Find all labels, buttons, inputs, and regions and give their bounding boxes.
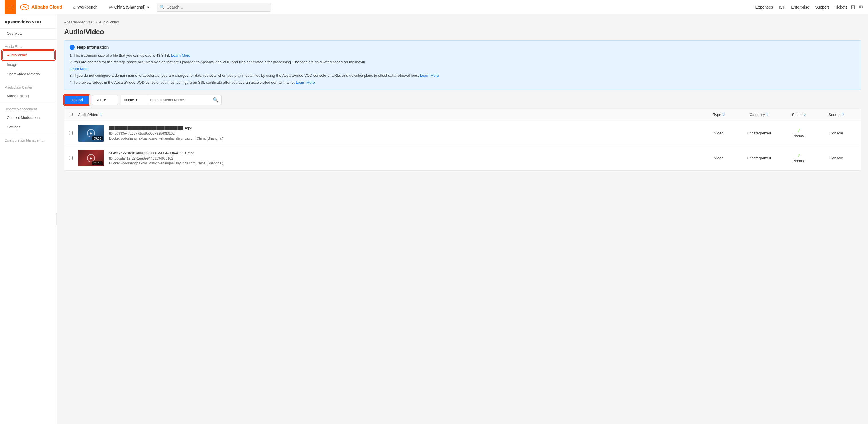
sidebar-item-short-video[interactable]: Short Video Material [0, 69, 57, 79]
main-content: ApsaraVideo VOD / Audio/Video Audio/Vide… [57, 14, 868, 424]
workbench-label: Workbench [77, 5, 98, 9]
nav-support[interactable]: Support [815, 5, 829, 9]
media-name-2: 28ef4942-18c81a88088-0004-988e-38a-e133a… [109, 151, 281, 155]
header-category: Category ▽ [736, 113, 782, 117]
header-checkbox-cell [69, 113, 78, 117]
learn-more-link-2[interactable]: Learn More [69, 67, 89, 71]
sidebar-item-audio-video[interactable]: Audio/Video [2, 50, 55, 60]
nav-icp[interactable]: ICP [779, 5, 785, 9]
help-item-4: 4. To preview videos in the ApsaraVideo … [69, 79, 856, 86]
search-media-box: Name ▾ 🔍 [121, 95, 222, 105]
sidebar-item-content-moderation[interactable]: Content Moderation [0, 113, 57, 122]
row-checkbox-2[interactable] [69, 156, 73, 160]
status-normal-2: ✓ Normal [794, 153, 805, 163]
sidebar-item-overview[interactable]: Overview [0, 29, 57, 38]
message-icon[interactable]: ✉ [859, 4, 863, 10]
nav-tickets[interactable]: Tickets [835, 5, 847, 9]
status-text-2: Normal [794, 159, 805, 163]
alibaba-cloud-logo-icon [20, 4, 30, 10]
location-icon: ◎ [109, 5, 113, 9]
video-duration-2: 01:45 [92, 161, 103, 165]
sidebar-item-label: Audio/Video [7, 53, 27, 57]
status-filter-icon[interactable]: ▽ [804, 113, 806, 117]
category-cell-2: Uncategorized [736, 156, 782, 160]
chevron-down-icon: ▾ [147, 5, 149, 9]
media-info-2: 28ef4942-18c81a88088-0004-988e-38a-e133a… [106, 151, 702, 165]
workbench-nav-button[interactable]: ⌂ Workbench [69, 0, 102, 14]
media-bucket-1: Bucket:vod-shanghai-kasi.oss-cn-shanghai… [109, 136, 702, 140]
header-source: Source ▽ [816, 113, 856, 117]
category-filter-icon[interactable]: ▽ [766, 113, 768, 117]
sidebar-item-label: Image [7, 62, 17, 67]
header-media: Audio/Video ▽ [78, 113, 702, 117]
qr-code-icon[interactable]: ⊞ [851, 4, 855, 10]
logo-text: Alibaba Cloud [31, 5, 62, 10]
status-text-1: Normal [794, 134, 805, 138]
home-icon: ⌂ [73, 5, 75, 9]
help-title-text: Help Information [77, 45, 109, 50]
media-id-2: ID: 00cafa419f3271ee8e944531949c0102 [109, 157, 702, 161]
toolbar: Upload ALL ▾ Name ▾ 🔍 [64, 95, 861, 105]
help-info-box: i Help Information 1. The maximum size o… [64, 40, 861, 90]
media-cell-1: ▶ 05:33 ████████████████████████████ .mp… [78, 125, 702, 142]
sidebar-item-image[interactable]: Image [0, 60, 57, 69]
sidebar-item-settings[interactable]: Settings [0, 122, 57, 132]
chevron-down-icon: ▾ [136, 98, 138, 102]
menu-button[interactable] [5, 0, 16, 14]
search-input[interactable] [167, 5, 268, 9]
nav-links: Expenses ICP Enterprise Support Tickets [755, 5, 847, 9]
media-name-1: ████████████████████████████ .mp4 [109, 126, 281, 130]
filter-all-dropdown[interactable]: ALL ▾ [92, 95, 118, 105]
nav-enterprise[interactable]: Enterprise [791, 5, 809, 9]
logo-area: Alibaba Cloud [20, 4, 62, 10]
select-all-checkbox[interactable] [69, 113, 73, 116]
sidebar-item-label: Settings [7, 125, 20, 129]
search-icon: 🔍 [160, 5, 165, 9]
search-submit-button[interactable]: 🔍 [210, 97, 221, 103]
sidebar-item-video-editing[interactable]: Video Editing [0, 91, 57, 101]
media-thumbnail-2[interactable]: ▶ 01:45 [78, 150, 104, 166]
search-field-selector[interactable]: Name ▾ [121, 95, 147, 105]
search-field-label: Name [124, 98, 134, 102]
status-check-icon-2: ✓ [797, 153, 801, 159]
media-thumbnail-1[interactable]: ▶ 05:33 [78, 125, 104, 142]
media-table: Audio/Video ▽ Type ▽ Category ▽ Status ▽… [64, 109, 861, 171]
learn-more-link-1[interactable]: Learn More [171, 53, 190, 58]
table-row: ▶ 05:33 ████████████████████████████ .mp… [64, 121, 861, 146]
type-filter-icon[interactable]: ▽ [722, 113, 724, 117]
video-duration-1: 05:33 [92, 136, 103, 140]
sidebar-section-production: Production Center [0, 81, 57, 91]
region-selector[interactable]: ◎ China (Shanghai) ▾ [105, 0, 153, 14]
source-filter-icon[interactable]: ▽ [842, 113, 844, 117]
media-info-1: ████████████████████████████ .mp4 ID: b0… [106, 126, 702, 140]
nav-icon-area: ⊞ ✉ [851, 4, 863, 10]
header-status: Status ▽ [782, 113, 816, 117]
header-type: Type ▽ [702, 113, 736, 117]
play-icon: ▶ [87, 154, 95, 162]
source-cell-1: Console [816, 131, 856, 135]
breadcrumb-separator: / [96, 20, 97, 24]
media-name-input[interactable] [147, 98, 210, 102]
type-cell-2: Video [702, 156, 736, 160]
sidebar-item-label: Short Video Material [7, 72, 41, 76]
upload-button[interactable]: Upload [64, 95, 89, 105]
breadcrumb-parent[interactable]: ApsaraVideo VOD [64, 20, 94, 24]
chevron-down-icon: ▾ [104, 98, 106, 102]
media-cell-2: ▶ 01:45 28ef4942-18c81a88088-0004-988e-3… [78, 150, 702, 166]
play-icon: ▶ [87, 129, 95, 137]
media-filter-icon[interactable]: ▽ [100, 113, 102, 117]
status-cell-2: ✓ Normal [782, 153, 816, 163]
help-item-1: 1. The maximum size of a file that you c… [69, 52, 856, 59]
sidebar-section-review: Review Management [0, 103, 57, 113]
type-cell-1: Video [702, 131, 736, 135]
row-checkbox-1[interactable] [69, 131, 73, 135]
region-label: China (Shanghai) [114, 5, 146, 9]
help-title: i Help Information [69, 45, 856, 50]
source-cell-2: Console [816, 156, 856, 160]
sidebar-item-label: Video Editing [7, 94, 29, 98]
learn-more-link-4[interactable]: Learn More [296, 80, 315, 85]
learn-more-link-3[interactable]: Learn More [420, 73, 439, 78]
info-icon: i [69, 45, 75, 50]
sidebar-collapse-button[interactable]: ‹ [56, 214, 57, 225]
nav-expenses[interactable]: Expenses [755, 5, 773, 9]
